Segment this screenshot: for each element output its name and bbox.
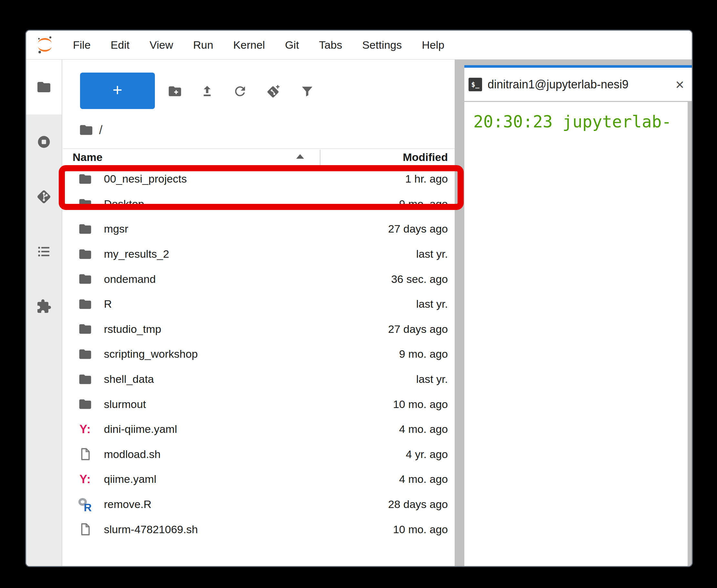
menu-item-help[interactable]: Help (412, 31, 454, 59)
new-folder-icon (167, 84, 182, 99)
file-modified: last yr. (416, 248, 448, 260)
file-row-shell_data[interactable]: shell_data last yr. (63, 367, 455, 392)
menu-bar: FileEditViewRunKernelGitTabsSettingsHelp (26, 30, 692, 60)
stop-circle-icon (36, 134, 52, 150)
menu-item-tabs[interactable]: Tabs (309, 31, 352, 59)
terminal-output-line: 20:30:23 jupyterlab- (473, 112, 688, 131)
folder-icon (36, 79, 52, 95)
folder-icon (78, 222, 92, 236)
file-name: scripting_workshop (104, 348, 198, 360)
menu-item-view[interactable]: View (139, 31, 183, 59)
file-modified: 4 mo. ago (399, 423, 448, 436)
file-icon (78, 522, 92, 537)
file-row-scripting_workshop[interactable]: scripting_workshop 9 mo. ago (63, 341, 455, 367)
file-modified: 9 mo. ago (399, 198, 448, 210)
menu-item-edit[interactable]: Edit (101, 31, 140, 59)
r-icon: R (78, 497, 92, 512)
column-header-name[interactable]: Name (73, 151, 103, 164)
git-clone-icon (266, 84, 281, 99)
file-name: slurmout (104, 398, 146, 411)
sidebar-item-table-of-contents[interactable] (26, 224, 62, 279)
menu-item-settings[interactable]: Settings (352, 31, 412, 59)
sidebar-item-running-kernels[interactable] (26, 114, 62, 169)
file-name: qiime.yaml (104, 473, 156, 485)
file-row-Desktop[interactable]: Desktop 9 mo. ago (63, 192, 455, 217)
file-browser-panel: + (63, 60, 455, 566)
file-modified: 4 yr. ago (406, 448, 448, 461)
activity-sidebar (26, 60, 62, 566)
column-divider (320, 150, 321, 166)
file-name: remove.R (104, 498, 151, 510)
folder-icon (78, 272, 92, 287)
filter-icon (300, 84, 314, 99)
new-launcher-button[interactable]: + (80, 72, 155, 109)
file-row-dini-qiime.yaml[interactable]: Y: dini-qiime.yaml 4 mo. ago (63, 417, 455, 442)
dock-tab-bar: $_ dinitrain1@jupyterlab-nesi9 × (455, 60, 692, 101)
folder-icon (78, 297, 92, 312)
refresh-icon (233, 84, 247, 99)
file-name: 00_nesi_projects (104, 172, 187, 185)
folder-icon (78, 247, 92, 261)
menu-items: FileEditViewRunKernelGitTabsSettingsHelp (63, 31, 454, 59)
file-row-00_nesi_projects[interactable]: 00_nesi_projects 1 hr. ago (63, 166, 455, 192)
list-icon (36, 244, 52, 259)
upload-button[interactable] (197, 81, 217, 101)
terminal-tab-title: dinitrain1@jupyterlab-nesi9 (488, 78, 629, 91)
folder-icon (78, 347, 92, 362)
file-modified: 27 days ago (388, 223, 448, 235)
file-name: mgsr (104, 223, 128, 235)
column-header-modified[interactable]: Modified (403, 151, 448, 164)
close-icon[interactable]: × (675, 77, 684, 92)
file-row-my_results_2[interactable]: my_results_2 last yr. (63, 241, 455, 267)
yaml-icon: Y: (78, 472, 92, 487)
file-modified: 27 days ago (388, 323, 448, 335)
file-name: Desktop (104, 198, 144, 210)
file-modified: last yr. (416, 298, 448, 310)
menu-item-file[interactable]: File (63, 31, 101, 59)
file-modified: 10 mo. ago (393, 523, 448, 536)
menu-item-kernel[interactable]: Kernel (223, 31, 275, 59)
file-name: rstudio_tmp (104, 323, 161, 335)
file-row-mgsr[interactable]: mgsr 27 days ago (63, 216, 455, 241)
folder-icon (78, 196, 92, 211)
menu-item-run[interactable]: Run (183, 31, 223, 59)
file-row-rstudio_tmp[interactable]: rstudio_tmp 27 days ago (63, 317, 455, 342)
file-row-remove.R[interactable]: R remove.R 28 days ago (63, 492, 455, 517)
file-row-slurm-47821069.sh[interactable]: slurm-47821069.sh 10 mo. ago (63, 517, 455, 542)
menu-item-git[interactable]: Git (275, 31, 309, 59)
breadcrumb-path: / (99, 123, 103, 137)
file-name: modload.sh (104, 448, 161, 461)
refresh-button[interactable] (230, 81, 250, 101)
git-icon (36, 189, 52, 205)
terminal-tab[interactable]: $_ dinitrain1@jupyterlab-nesi9 × (464, 65, 692, 101)
folder-icon (78, 172, 92, 186)
home-folder-icon (79, 123, 94, 138)
file-row-modload.sh[interactable]: modload.sh 4 yr. ago (63, 442, 455, 467)
file-row-slurmout[interactable]: slurmout 10 mo. ago (63, 392, 455, 417)
sidebar-item-git[interactable] (26, 169, 62, 224)
file-modified: 28 days ago (388, 498, 448, 510)
puzzle-icon (36, 299, 52, 314)
jupyterlab-window: FileEditViewRunKernelGitTabsSettingsHelp (25, 30, 693, 567)
sort-ascending-icon[interactable] (296, 154, 304, 159)
yaml-icon: Y: (78, 422, 92, 437)
sidebar-item-extensions[interactable] (26, 279, 62, 334)
file-modified: last yr. (416, 373, 448, 385)
breadcrumb[interactable]: / (79, 122, 103, 139)
file-row-ondemand[interactable]: ondemand 36 sec. ago (63, 267, 455, 292)
file-list: 00_nesi_projects 1 hr. ago Desktop 9 mo.… (63, 166, 455, 566)
file-name: slurm-47821069.sh (104, 523, 198, 536)
terminal-output-area[interactable]: 20:30:23 jupyterlab- (464, 102, 688, 566)
git-clone-button[interactable] (263, 81, 283, 101)
folder-icon (78, 321, 92, 336)
terminal-icon: $_ (469, 78, 482, 91)
file-modified: 1 hr. ago (405, 172, 448, 185)
jupyter-logo-icon (35, 35, 55, 55)
file-row-qiime.yaml[interactable]: Y: qiime.yaml 4 mo. ago (63, 467, 455, 492)
sidebar-item-file-browser[interactable] (26, 60, 62, 114)
upload-icon (200, 84, 214, 99)
new-folder-button[interactable] (165, 81, 185, 101)
file-row-R[interactable]: R last yr. (63, 292, 455, 317)
terminal-dock: $_ dinitrain1@jupyterlab-nesi9 × 20:30:2… (455, 60, 692, 566)
filter-button[interactable] (297, 81, 317, 101)
